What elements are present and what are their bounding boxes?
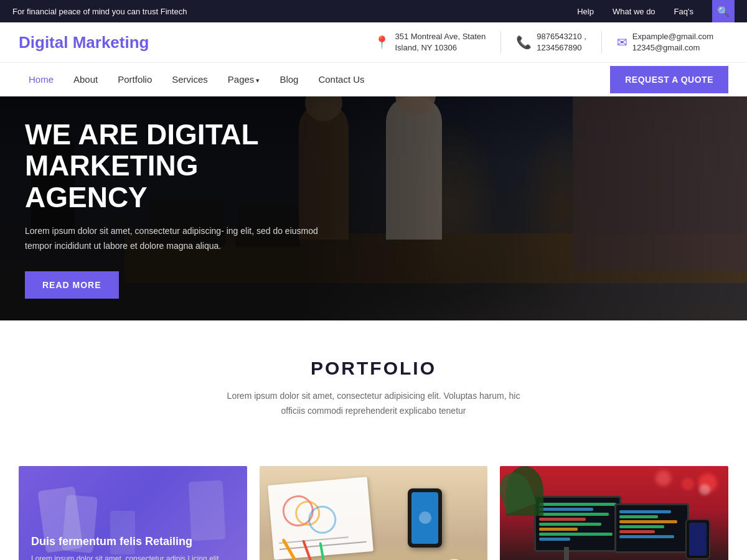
top-bar: For financial peace of mind you can trus… bbox=[0, 0, 747, 22]
address-line2: Island, NY 10306 bbox=[395, 42, 486, 54]
whatwedo-link[interactable]: What we do bbox=[613, 7, 655, 16]
top-bar-links: Help What we do Faq's 🔍 bbox=[577, 0, 735, 22]
contact-email: ✉ Expample@gmail.com 12345@gmail.com bbox=[602, 31, 728, 54]
card2-background bbox=[260, 466, 488, 560]
nav-link-list: Home About Portfolio Services Pages Blog… bbox=[19, 63, 610, 96]
nav-item-pages[interactable]: Pages bbox=[218, 63, 270, 96]
site-logo[interactable]: Digital Marketing bbox=[19, 33, 149, 52]
nav-link-contact[interactable]: Contact Us bbox=[308, 63, 374, 96]
hero-content: WE ARE DIGITAL MARKETING AGENCY Lorem ip… bbox=[0, 119, 349, 299]
phone-line1: 9876543210 , bbox=[537, 31, 586, 42]
portfolio-card-3 bbox=[500, 466, 728, 560]
hero-section: WE ARE DIGITAL MARKETING AGENCY Lorem ip… bbox=[0, 96, 747, 320]
nav-link-pages[interactable]: Pages bbox=[218, 63, 270, 96]
card1-description: Lorem ipsum dolor sit amet, consectetur … bbox=[31, 553, 235, 560]
card1-title: Duis fermentum felis Retailing bbox=[31, 535, 235, 548]
hero-title: WE ARE DIGITAL MARKETING AGENCY bbox=[25, 119, 324, 213]
card1-content: Duis fermentum felis Retailing Lorem ips… bbox=[19, 466, 247, 560]
nav-item-contact[interactable]: Contact Us bbox=[308, 63, 374, 96]
contact-address: 📍 351 Montreal Ave, Staten Island, NY 10… bbox=[359, 31, 501, 54]
tagline-text: For financial peace of mind you can trus… bbox=[12, 7, 187, 16]
portfolio-card-1: Duis fermentum felis Retailing Lorem ips… bbox=[19, 466, 247, 560]
email-line1: Expample@gmail.com bbox=[632, 31, 713, 42]
portfolio-desc-line1: Lorem ipsum dolor sit amet, consectetur … bbox=[227, 391, 520, 401]
nav-link-blog[interactable]: Blog bbox=[270, 63, 308, 96]
address-line1: 351 Montreal Ave, Staten bbox=[395, 31, 486, 42]
monitor2 bbox=[614, 503, 689, 553]
email-line2: 12345@gmail.com bbox=[632, 42, 713, 54]
hero-title-line1: WE ARE DIGITAL bbox=[25, 118, 259, 151]
contact-phone: 📞 9876543210 , 1234567890 bbox=[501, 31, 602, 54]
request-quote-button[interactable]: REQUEST A QUOTE bbox=[610, 66, 728, 93]
portfolio-description: Lorem ipsum dolor sit amet, consectetur … bbox=[187, 389, 560, 419]
phone-icon: 📞 bbox=[516, 34, 532, 51]
search-button[interactable]: 🔍 bbox=[712, 0, 735, 22]
top-bar-tagline: For financial peace of mind you can trus… bbox=[12, 7, 577, 16]
nav-item-services[interactable]: Services bbox=[162, 63, 218, 96]
email-icon: ✉ bbox=[617, 34, 627, 51]
header-contacts: 📍 351 Montreal Ave, Staten Island, NY 10… bbox=[359, 31, 728, 54]
portfolio-desc-line2: officiis commodi reprehenderit explicabo… bbox=[281, 406, 466, 416]
card3-background bbox=[500, 466, 728, 560]
nav-link-portfolio[interactable]: Portfolio bbox=[108, 63, 162, 96]
portfolio-section: PORTFOLIO Lorem ipsum dolor sit amet, co… bbox=[0, 320, 747, 466]
portfolio-grid: Duis fermentum felis Retailing Lorem ips… bbox=[0, 466, 747, 560]
main-navbar: Home About Portfolio Services Pages Blog… bbox=[0, 63, 747, 96]
portfolio-heading: PORTFOLIO bbox=[19, 358, 728, 379]
nav-link-home[interactable]: Home bbox=[19, 63, 63, 96]
hero-description: Lorem ipsum dolor sit amet, consectetur … bbox=[25, 224, 324, 254]
nav-link-services[interactable]: Services bbox=[162, 63, 218, 96]
portfolio-card-2 bbox=[260, 466, 488, 560]
search-icon: 🔍 bbox=[717, 6, 730, 17]
location-icon: 📍 bbox=[374, 34, 390, 51]
nav-item-about[interactable]: About bbox=[63, 63, 108, 96]
site-header: Digital Marketing 📍 351 Montreal Ave, St… bbox=[0, 22, 747, 63]
nav-item-home[interactable]: Home bbox=[19, 63, 63, 96]
hero-read-more-button[interactable]: READ MORE bbox=[25, 271, 119, 299]
nav-link-about[interactable]: About bbox=[63, 63, 108, 96]
hero-title-line2: MARKETING AGENCY bbox=[25, 149, 199, 213]
nav-item-portfolio[interactable]: Portfolio bbox=[108, 63, 162, 96]
help-link[interactable]: Help bbox=[577, 7, 594, 16]
nav-item-blog[interactable]: Blog bbox=[270, 63, 308, 96]
phone-line2: 1234567890 bbox=[537, 42, 586, 54]
faqs-link[interactable]: Faq's bbox=[674, 7, 693, 16]
